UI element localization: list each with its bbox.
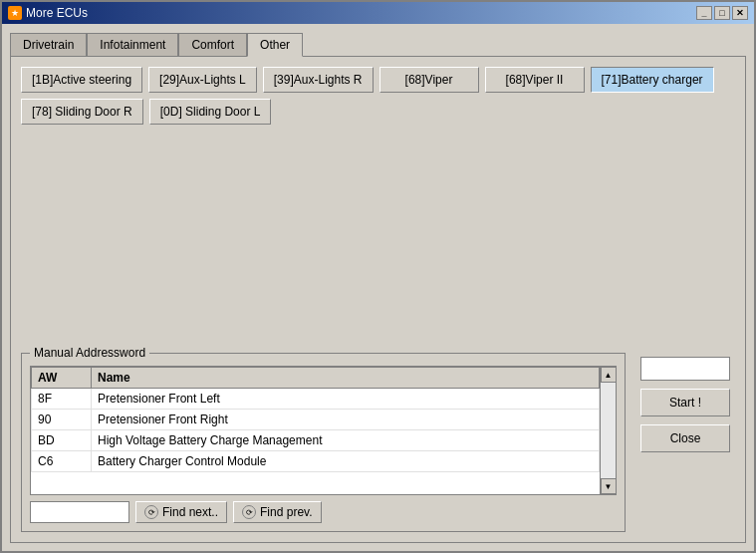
scroll-track	[601, 383, 616, 478]
content-area: Drivetrain Infotainment Comfort Other [1…	[2, 24, 754, 551]
find-next-icon: ⟳	[144, 505, 158, 519]
cell-name: Pretensioner Front Right	[92, 410, 600, 430]
table-header-row: AW Name	[32, 368, 600, 389]
close-window-button[interactable]: ✕	[732, 6, 748, 20]
table-scrollbar: ▲ ▼	[600, 367, 616, 494]
ecu-btn-71-battery-charger[interactable]: [71]Battery charger	[591, 67, 714, 93]
col-name: Name	[92, 368, 600, 389]
close-button[interactable]: Close	[640, 424, 730, 452]
ecu-btn-78-sliding-door-r[interactable]: [78] Sliding Door R	[21, 99, 143, 125]
ecu-row-2: [78] Sliding Door R [0D] Sliding Door L	[21, 99, 735, 125]
table-scroll[interactable]: AW Name 8F Pretensioner Front Left	[31, 367, 600, 494]
find-input[interactable]	[30, 501, 129, 523]
find-row: ⟳ Find next.. ⟳ Find prev.	[30, 501, 617, 523]
scroll-down-arrow[interactable]: ▼	[601, 478, 617, 494]
cell-aw: 8F	[32, 389, 92, 410]
tab-content: [1B]Active steering [29]Aux-Lights L [39…	[10, 56, 746, 543]
start-button[interactable]: Start !	[640, 389, 730, 416]
table-row[interactable]: 90 Pretensioner Front Right	[32, 410, 600, 430]
tab-other[interactable]: Other	[247, 33, 303, 57]
cell-aw: C6	[32, 451, 92, 472]
ecu-btn-68-viper-ii[interactable]: [68]Viper II	[485, 67, 585, 93]
address-table: AW Name 8F Pretensioner Front Left	[31, 367, 600, 472]
cell-name: High Voltage Battery Charge Management	[92, 430, 600, 451]
table-row[interactable]: 8F Pretensioner Front Left	[32, 389, 600, 410]
maximize-button[interactable]: □	[714, 6, 730, 20]
tab-drivetrain[interactable]: Drivetrain	[10, 33, 87, 57]
ecu-btn-29-aux-lights-l[interactable]: [29]Aux-Lights L	[148, 67, 257, 93]
title-bar: ★ More ECUs _ □ ✕	[2, 2, 754, 24]
table-container: AW Name 8F Pretensioner Front Left	[30, 366, 617, 495]
ecu-btn-39-aux-lights-r[interactable]: [39]Aux-Lights R	[263, 67, 374, 93]
cell-aw: BD	[32, 430, 92, 451]
cell-aw: 90	[32, 410, 92, 430]
ecu-row-1: [1B]Active steering [29]Aux-Lights L [39…	[21, 67, 735, 93]
ecu-buttons-area: [1B]Active steering [29]Aux-Lights L [39…	[21, 67, 735, 345]
ecu-btn-1b-active-steering[interactable]: [1B]Active steering	[21, 67, 142, 93]
table-row[interactable]: BD High Voltage Battery Charge Managemen…	[32, 430, 600, 451]
title-bar-controls: _ □ ✕	[696, 6, 748, 20]
manual-address-group: Manual Addressword AW Name	[21, 353, 626, 532]
title-bar-left: ★ More ECUs	[8, 6, 88, 20]
right-buttons: Start ! Close	[635, 353, 735, 532]
cell-name: Pretensioner Front Left	[92, 389, 600, 410]
find-prev-button[interactable]: ⟳ Find prev.	[233, 501, 321, 523]
main-window: ★ More ECUs _ □ ✕ Drivetrain Infotainmen…	[0, 0, 756, 553]
find-prev-icon: ⟳	[242, 505, 256, 519]
window-icon: ★	[8, 6, 22, 20]
ecu-btn-68-viper[interactable]: [68]Viper	[379, 67, 479, 93]
scroll-up-arrow[interactable]: ▲	[601, 367, 617, 383]
tab-comfort[interactable]: Comfort	[178, 33, 247, 57]
col-aw: AW	[32, 368, 92, 389]
bottom-section: Manual Addressword AW Name	[21, 353, 735, 532]
tab-bar: Drivetrain Infotainment Comfort Other	[10, 32, 746, 56]
cell-name: Battery Charger Control Module	[92, 451, 600, 472]
ecu-btn-0d-sliding-door-l[interactable]: [0D] Sliding Door L	[149, 99, 272, 125]
minimize-button[interactable]: _	[696, 6, 712, 20]
table-row[interactable]: C6 Battery Charger Control Module	[32, 451, 600, 472]
window-title: More ECUs	[26, 6, 88, 20]
address-input[interactable]	[640, 357, 730, 381]
tab-infotainment[interactable]: Infotainment	[87, 33, 178, 57]
find-next-button[interactable]: ⟳ Find next..	[135, 501, 227, 523]
manual-address-label: Manual Addressword	[30, 346, 149, 360]
